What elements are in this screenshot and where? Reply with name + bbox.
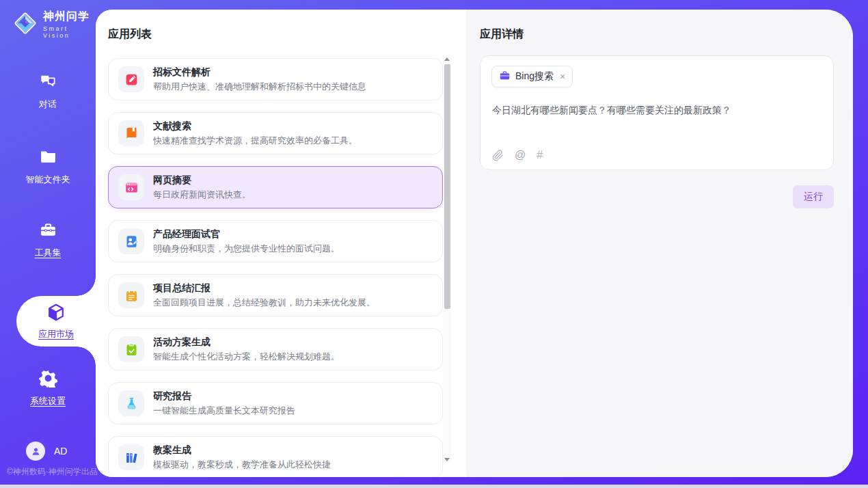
books-icon bbox=[118, 444, 144, 470]
app-desc: 一键智能生成高质量长文本研究报告 bbox=[153, 405, 295, 417]
app-desc: 模板驱动，教案秒成，教学准备从此轻松快捷 bbox=[153, 459, 331, 471]
brand-subtitle: Smart Vision bbox=[43, 25, 96, 39]
gear-icon bbox=[39, 369, 57, 390]
tool-tag-label: Bing搜索 bbox=[515, 70, 554, 83]
sidebar-item-settings[interactable]: 系统设置 bbox=[0, 369, 96, 407]
app-desc: 全面回顾项目进展，总结经验教训，助力未来优化发展。 bbox=[153, 297, 375, 309]
clipboard-check-icon bbox=[118, 336, 144, 362]
app-card-lesson-plan[interactable]: 教案生成 模板驱动，教案秒成，教学准备从此轻松快捷 bbox=[108, 436, 443, 477]
app-list-title: 应用列表 bbox=[96, 10, 466, 42]
paperclip-icon[interactable] bbox=[492, 150, 504, 161]
scrollbar-thumb[interactable] bbox=[444, 64, 450, 309]
prompt-text[interactable]: 今日湖北有哪些新闻要点？有哪些需要关注的最新政策？ bbox=[492, 103, 819, 118]
briefcase-icon bbox=[499, 70, 511, 84]
tool-tag-bing-search[interactable]: Bing搜索 × bbox=[491, 66, 573, 87]
scroll-up-arrow[interactable] bbox=[443, 55, 451, 63]
hash-icon[interactable]: # bbox=[537, 149, 543, 161]
sidebar: 神州问学 Smart Vision 对话 智能文件夹 bbox=[0, 0, 96, 488]
app-name: 项目总结汇报 bbox=[153, 282, 375, 294]
prompt-card: Bing搜索 × 今日湖北有哪些新闻要点？有哪些需要关注的最新政策？ @ # bbox=[480, 55, 834, 170]
app-list-scrollbar[interactable] bbox=[443, 55, 451, 463]
window-bottom-edge bbox=[0, 485, 868, 488]
sidebar-item-toolset[interactable]: 工具集 bbox=[0, 221, 96, 259]
app-card-literature-search[interactable]: 文献搜索 快速精准查找学术资源，提高研究效率的必备工具。 bbox=[108, 112, 443, 154]
sidebar-item-label: 应用市场 bbox=[38, 328, 74, 340]
app-card-project-summary[interactable]: 项目总结汇报 全面回顾项目进展，总结经验教训，助力未来优化发展。 bbox=[108, 274, 443, 316]
folder-icon bbox=[39, 148, 57, 169]
at-icon[interactable]: @ bbox=[515, 149, 526, 161]
app-card-web-summary[interactable]: 网页摘要 每日政府新闻资讯快查。 bbox=[108, 166, 443, 208]
app-card-bid-parse[interactable]: 招标文件解析 帮助用户快速、准确地理解和解析招标书中的关键信息 bbox=[108, 58, 443, 100]
avatar bbox=[26, 442, 45, 461]
app-name: 教案生成 bbox=[153, 444, 331, 456]
app-name: 文献搜索 bbox=[153, 120, 357, 132]
sidebar-item-label: 智能文件夹 bbox=[26, 174, 70, 186]
sidebar-item-label: 工具集 bbox=[35, 247, 62, 259]
app-card-pm-interviewer[interactable]: 产品经理面试官 明确身份和职责，为您提供专业性的面试问题。 bbox=[108, 220, 443, 262]
app-detail-title: 应用详情 bbox=[466, 10, 853, 42]
app-desc: 快速精准查找学术资源，提高研究效率的必备工具。 bbox=[153, 135, 357, 147]
copyright-footer: ©神州数码·神州问学出品 bbox=[7, 466, 98, 478]
app-desc: 明确身份和职责，为您提供专业性的面试问题。 bbox=[153, 243, 340, 255]
sidebar-item-app-market[interactable]: 应用市场 bbox=[16, 296, 96, 347]
sidebar-item-smart-folder[interactable]: 智能文件夹 bbox=[0, 148, 96, 186]
close-icon[interactable]: × bbox=[560, 72, 565, 81]
app-name: 活动方案生成 bbox=[153, 336, 340, 348]
toolbox-icon bbox=[39, 221, 57, 242]
brand-name: 神州问学 bbox=[43, 10, 96, 24]
content-area: 应用列表 招标文件解析 帮助用户快速、准确地理解和解析招标书中的关键信息 bbox=[96, 10, 853, 477]
scroll-down-arrow[interactable] bbox=[443, 455, 451, 463]
chat-icon bbox=[39, 72, 57, 94]
interviewer-icon bbox=[118, 228, 144, 254]
app-card-event-plan[interactable]: 活动方案生成 智能生成个性化活动方案，轻松解决规划难题。 bbox=[108, 328, 443, 370]
sidebar-item-label: 系统设置 bbox=[30, 395, 66, 407]
book-icon bbox=[118, 120, 144, 146]
app-desc: 智能生成个性化活动方案，轻松解决规划难题。 bbox=[153, 351, 340, 363]
app-list-panel: 应用列表 招标文件解析 帮助用户快速、准确地理解和解析招标书中的关键信息 bbox=[96, 10, 466, 477]
app-desc: 每日政府新闻资讯快查。 bbox=[153, 189, 251, 201]
prompt-toolbar: @ # bbox=[492, 149, 543, 161]
app-name: 招标文件解析 bbox=[153, 66, 366, 78]
user-name: AD bbox=[54, 446, 67, 457]
app-name: 网页摘要 bbox=[153, 174, 251, 186]
flask-icon bbox=[118, 390, 144, 416]
run-button[interactable]: 运行 bbox=[793, 185, 834, 208]
app-name: 研究报告 bbox=[153, 390, 295, 402]
app-card-research-report[interactable]: 研究报告 一键智能生成高质量长文本研究报告 bbox=[108, 382, 443, 424]
app-card-list: 招标文件解析 帮助用户快速、准确地理解和解析招标书中的关键信息 文献搜索 快速精… bbox=[108, 58, 443, 477]
notepad-icon bbox=[118, 282, 144, 308]
browser-code-icon bbox=[118, 174, 144, 200]
diamond-logo-icon bbox=[12, 10, 38, 39]
app-desc: 帮助用户快速、准确地理解和解析招标书中的关键信息 bbox=[153, 81, 366, 93]
brand-logo: 神州问学 Smart Vision bbox=[12, 10, 96, 39]
app-name: 产品经理面试官 bbox=[153, 228, 340, 240]
sidebar-item-label: 对话 bbox=[39, 98, 57, 111]
sidebar-item-chat[interactable]: 对话 bbox=[0, 72, 96, 111]
user-account[interactable]: AD bbox=[26, 442, 67, 461]
app-detail-panel: 应用详情 Bing搜索 × 今日湖北有哪些新闻要点？有哪些需要关注的最新政策？ bbox=[466, 10, 853, 477]
pen-square-icon bbox=[118, 66, 144, 92]
cube-icon bbox=[46, 302, 66, 325]
